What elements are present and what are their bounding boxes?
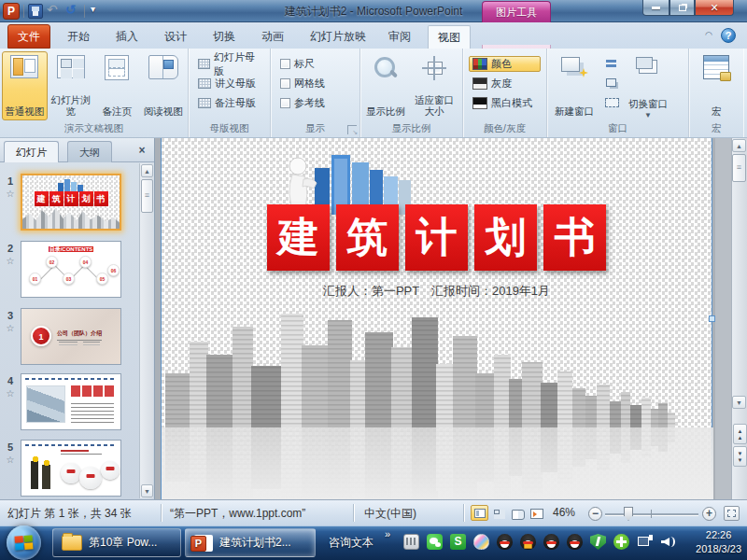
scroll-down-icon[interactable]: ▼ xyxy=(141,484,153,497)
language-indicator[interactable]: 中文(中国) xyxy=(364,506,416,522)
slide-sorter-button[interactable]: 幻灯片浏览 xyxy=(49,51,94,120)
selection-handle[interactable] xyxy=(709,315,715,322)
tab-transitions[interactable]: 切换 xyxy=(204,25,245,49)
green-s-icon[interactable]: S xyxy=(450,534,466,550)
arrange-all-button[interactable] xyxy=(602,57,619,70)
tab-slides[interactable]: 幻灯片 xyxy=(4,141,59,162)
animation-star-icon xyxy=(4,256,17,266)
grayscale-button[interactable]: 灰度 xyxy=(469,76,541,91)
minimize-button[interactable] xyxy=(642,0,669,16)
pane-scrollbar[interactable]: ▲ ▼ xyxy=(139,163,153,498)
tab-file[interactable]: 文件 xyxy=(7,24,50,49)
tab-slideshow[interactable]: 幻灯片放映 xyxy=(301,25,375,49)
restore-button[interactable] xyxy=(669,0,695,16)
macros-button[interactable]: 宏 xyxy=(693,51,740,120)
fit-slide-to-window-button[interactable] xyxy=(724,506,740,521)
close-button[interactable]: ✕ xyxy=(695,0,734,16)
zoom-button[interactable]: 显示比例 xyxy=(362,51,409,120)
toc-title: 目录/CONTENTS xyxy=(21,245,120,254)
tab-view[interactable]: 视图 xyxy=(428,25,471,49)
slide-canvas[interactable]: 建 筑 计 划 书 汇报人：第一PPT 汇报时间：2019年1月 xyxy=(161,138,712,499)
notes-page-button[interactable]: 备注页 xyxy=(94,51,140,120)
fit-to-window-button[interactable]: 适应窗口大小 xyxy=(410,51,458,120)
tab-review[interactable]: 审阅 xyxy=(379,25,420,49)
rainbow-bear-icon[interactable] xyxy=(473,534,489,550)
start-button[interactable] xyxy=(7,525,41,560)
scroll-down-icon[interactable]: ▼ xyxy=(732,396,746,409)
tab-animations[interactable]: 动画 xyxy=(252,25,293,49)
next-slide-button[interactable] xyxy=(733,446,747,467)
dashed-rule xyxy=(25,378,117,380)
black-white-icon xyxy=(472,97,487,109)
cascade-windows-button[interactable] xyxy=(602,76,619,89)
zoom-percentage[interactable]: 46% xyxy=(553,506,575,519)
help-button[interactable]: ? xyxy=(721,28,736,43)
wechat-icon[interactable] xyxy=(427,534,443,550)
zoom-slider-track[interactable] xyxy=(605,513,698,515)
tab-outline[interactable]: 大纲 xyxy=(67,141,112,162)
tab-home[interactable]: 开始 xyxy=(58,25,99,49)
slide-thumbnail-4[interactable] xyxy=(21,373,121,430)
move-split-button[interactable] xyxy=(602,94,619,107)
slide-sorter-button-status[interactable] xyxy=(489,505,507,521)
mini-title-blocks: 建筑计划书 xyxy=(32,191,110,206)
ruler-checkbox[interactable]: 标尺 xyxy=(276,56,354,72)
show-dialog-launcher[interactable] xyxy=(347,125,357,134)
scroll-up-icon[interactable]: ▲ xyxy=(732,139,746,152)
animation-star-icon xyxy=(4,189,17,199)
close-pane-icon[interactable]: × xyxy=(134,144,149,158)
clock[interactable]: 22:26 2018/3/23 xyxy=(696,528,741,556)
slide-thumbnail-2[interactable]: 目录/CONTENTS 01 02 03 04 05 06 xyxy=(21,241,121,298)
taskbar-item-folder[interactable]: 第10章 Pow... xyxy=(52,528,181,557)
volume-icon[interactable] xyxy=(660,534,676,550)
slide-thumbnail-5[interactable] xyxy=(21,440,121,497)
slide-number: 5 xyxy=(4,441,17,453)
scroll-up-icon[interactable]: ▲ xyxy=(141,164,153,177)
reading-view-button-status[interactable] xyxy=(508,505,526,521)
keyboard-icon[interactable] xyxy=(403,534,419,550)
zoom-slider-center-tick xyxy=(651,510,652,518)
toolbar-expand-chevron-icon[interactable]: » xyxy=(385,528,390,539)
handout-master-button[interactable]: 讲义母版 xyxy=(194,76,264,91)
network-icon[interactable] xyxy=(637,534,653,550)
zoom-slider-thumb[interactable] xyxy=(624,507,633,521)
normal-view-button[interactable]: 普通视图 xyxy=(2,51,48,120)
color-mode-button[interactable]: 颜色 xyxy=(469,56,541,72)
taskbar-toolbar-label[interactable]: 咨询文本 xyxy=(329,535,374,551)
zoom-in-button[interactable]: + xyxy=(702,507,716,521)
gridlines-checkbox[interactable]: 网格线 xyxy=(276,76,354,91)
slide-thumbnail-1[interactable]: 建筑计划书 xyxy=(21,174,121,231)
building-photo xyxy=(26,385,65,423)
tab-insert[interactable]: 插入 xyxy=(106,25,148,49)
qq-penguin-icon-2[interactable] xyxy=(520,534,536,550)
slide-thumbnail-3[interactable]: 1 公司（团队）介绍 xyxy=(21,308,121,365)
slideshow-button-status[interactable] xyxy=(527,505,544,521)
reading-view-button[interactable]: 阅读视图 xyxy=(141,51,187,120)
qq-penguin-icon-3[interactable] xyxy=(543,534,559,550)
slide-subtitle[interactable]: 汇报人：第一PPT 汇报时间：2019年1月 xyxy=(162,283,712,300)
new-window-button[interactable]: 新建窗口 xyxy=(549,51,599,120)
guides-checkbox[interactable]: 参考线 xyxy=(276,95,354,111)
taskbar-item-powerpoint[interactable]: 建筑计划书2... xyxy=(185,528,316,557)
previous-slide-button[interactable] xyxy=(733,424,747,444)
normal-view-button-status[interactable] xyxy=(471,505,488,521)
scroll-thumb[interactable] xyxy=(732,154,746,182)
black-white-button[interactable]: 黑白模式 xyxy=(469,95,541,111)
animation-star-icon xyxy=(4,323,17,333)
yellow-bag xyxy=(524,543,532,549)
zoom-out-button[interactable]: − xyxy=(588,507,602,521)
notes-master-button[interactable]: 备注母版 xyxy=(194,95,264,111)
green-shield-icon[interactable] xyxy=(590,534,606,550)
slide-master-button[interactable]: 幻灯片母版 xyxy=(194,56,264,72)
slide-title[interactable]: 建 筑 计 划 书 xyxy=(162,204,712,271)
vertical-scrollbar[interactable]: ▲ ▼ xyxy=(731,138,747,499)
qq-penguin-icon-4[interactable] xyxy=(567,534,583,550)
tab-design[interactable]: 设计 xyxy=(155,25,196,49)
qq-penguin-icon-1[interactable] xyxy=(497,534,513,550)
switch-windows-button[interactable]: 切换窗口 ▼ xyxy=(622,51,674,120)
pane-scroll-thumb[interactable] xyxy=(141,179,153,213)
collapse-ribbon-icon[interactable]: ◠ xyxy=(702,30,715,41)
section-title: 公司（团队）介绍 xyxy=(57,329,102,341)
clock-date: 2018/3/23 xyxy=(696,542,741,556)
green-cross-icon[interactable] xyxy=(613,534,629,550)
